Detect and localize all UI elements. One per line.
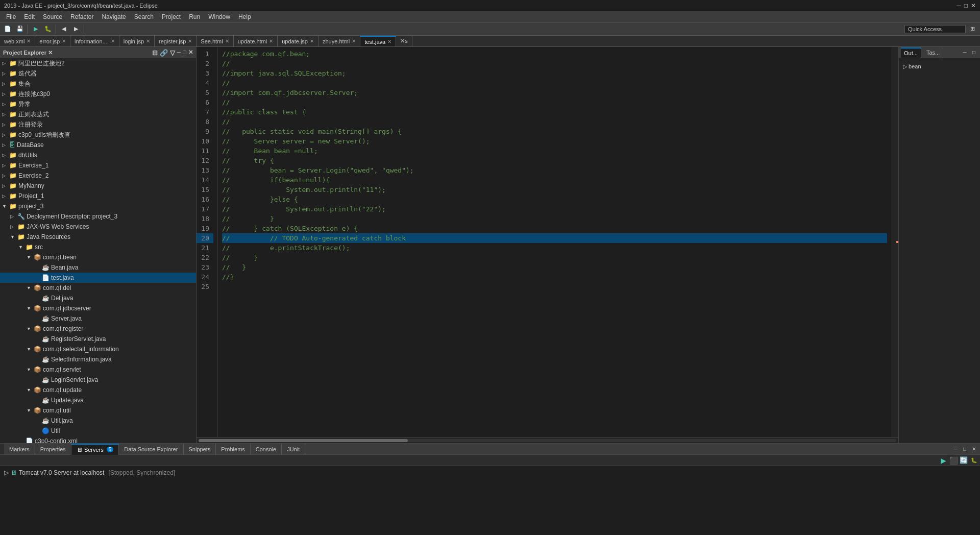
- tree-item[interactable]: ▼ 📦 com.qf.util: [0, 405, 196, 416]
- tree-item[interactable]: ▷ 📁 连接池c3p0: [0, 89, 196, 99]
- tab-zhuye-html[interactable]: zhuye.html ✕: [318, 36, 360, 47]
- menu-navigate[interactable]: Navigate: [97, 12, 130, 21]
- tab-login-jsp[interactable]: login.jsp ✕: [119, 36, 155, 47]
- tab-close-zhuye-html[interactable]: ✕: [352, 38, 356, 44]
- right-panel-minimize-icon[interactable]: ─: [961, 48, 969, 57]
- tab-error-jsp[interactable]: error.jsp ✕: [35, 36, 70, 47]
- tree-item[interactable]: ☕ Bean.java: [0, 262, 196, 273]
- forward-button[interactable]: ▶: [70, 23, 82, 35]
- maximize-button[interactable]: □: [964, 2, 968, 9]
- tree-item[interactable]: ▼ 📦 com.qf.servlet: [0, 364, 196, 375]
- perspective-button[interactable]: ⊞: [967, 23, 978, 35]
- run-button[interactable]: ▶: [30, 23, 41, 35]
- back-button[interactable]: ◀: [58, 23, 69, 35]
- tab-close-web-xml[interactable]: ✕: [27, 38, 31, 44]
- tree-item[interactable]: ▷ 📁 注册登录: [0, 119, 196, 130]
- bottom-tab-markers[interactable]: Markers: [4, 444, 35, 455]
- explorer-header-icons[interactable]: ⊟ 🔗 ▽ ─ □ ✕: [152, 49, 193, 57]
- menu-file[interactable]: File: [2, 12, 20, 21]
- bottom-tab-console[interactable]: Console: [251, 444, 282, 455]
- close-button[interactable]: ✕: [971, 2, 976, 9]
- editor-hscroll[interactable]: [197, 437, 898, 443]
- expand-server-arrow[interactable]: ▷: [4, 469, 9, 476]
- title-bar-buttons[interactable]: ─ □ ✕: [957, 2, 976, 9]
- bottom-panel-maximize-icon[interactable]: □: [961, 445, 969, 453]
- bottom-tab-problems[interactable]: Problems: [216, 444, 250, 455]
- minimize-button[interactable]: ─: [957, 2, 961, 9]
- tree-item[interactable]: ☕ Del.java: [0, 293, 196, 303]
- link-icon[interactable]: 🔗: [160, 49, 168, 57]
- tree-item[interactable]: ☕ LoginServlet.java: [0, 375, 196, 385]
- tree-item[interactable]: ☕ SelectInformation.java: [0, 354, 196, 364]
- outline-item[interactable]: ▷ bean: [903, 62, 976, 71]
- tree-item[interactable]: ▷ 📁 MyNanny: [0, 181, 196, 191]
- menu-source[interactable]: Source: [39, 12, 66, 21]
- menu-help[interactable]: Help: [234, 12, 255, 21]
- tab-close-update-jsp[interactable]: ✕: [310, 38, 314, 44]
- tab-web-xml[interactable]: web.xml ✕: [0, 36, 35, 47]
- tab-close-see-html[interactable]: ✕: [225, 38, 229, 44]
- start-server-icon[interactable]: ▶: [939, 456, 947, 465]
- bottom-tab-properties[interactable]: Properties: [35, 444, 71, 455]
- tab-see-html[interactable]: See.html ✕: [197, 36, 233, 47]
- menu-run[interactable]: Run: [185, 12, 204, 21]
- tab-test-java[interactable]: test.java ✕: [360, 36, 396, 47]
- tree-item[interactable]: ▼ 📁 Java Resources: [0, 232, 196, 242]
- tree-item[interactable]: ▷ 📁 迭代器: [0, 68, 196, 79]
- tab-information[interactable]: information.... ✕: [70, 36, 119, 47]
- tab-close-login-jsp[interactable]: ✕: [146, 38, 150, 44]
- new-button[interactable]: 📄: [2, 23, 13, 35]
- tree-item[interactable]: ☕ RegisterServlet.java: [0, 334, 196, 344]
- tree-item[interactable]: ▼ 📁 src: [0, 242, 196, 252]
- debug-server-icon[interactable]: 🐛: [970, 456, 978, 465]
- menu-window[interactable]: Window: [204, 12, 234, 21]
- menu-search[interactable]: Search: [130, 12, 158, 21]
- tree-item[interactable]: ▼ 📦 com.qf.del: [0, 283, 196, 293]
- restart-server-icon[interactable]: 🔄: [960, 456, 968, 465]
- tree-item[interactable]: ▼ 📦 com.qf.update: [0, 385, 196, 395]
- tab-overflow[interactable]: ✕s: [396, 36, 412, 47]
- tree-item[interactable]: ▼ 📁 project_3: [0, 201, 196, 211]
- stop-server-icon[interactable]: ⬛: [949, 456, 958, 465]
- tree-item[interactable]: 📄 test.java: [0, 273, 196, 283]
- tree-item[interactable]: ▷ 📁 异常: [0, 99, 196, 109]
- tree-item[interactable]: ▷ 📁 c3p0_utils增删改查: [0, 130, 196, 140]
- tree-item[interactable]: 🔵 Util: [0, 426, 196, 436]
- tree-item[interactable]: ▷ 📁 dbUtils: [0, 150, 196, 160]
- debug-button[interactable]: 🐛: [42, 23, 54, 35]
- tree-item[interactable]: ▷ 📁 Exercise_1: [0, 160, 196, 171]
- tree-item[interactable]: ▷ 🗄 DataBase: [0, 140, 196, 150]
- code-area[interactable]: //package com.qf.bean;////import java.sq…: [218, 47, 891, 437]
- tree-item[interactable]: 📄 c3p0-config.xml: [0, 436, 196, 443]
- tree-item[interactable]: ▷ 📁 JAX-WS Web Services: [0, 222, 196, 232]
- bottom-tab-datasource[interactable]: Data Source Explorer: [119, 444, 183, 455]
- tree-item[interactable]: ☕ Server.java: [0, 313, 196, 324]
- tree-item[interactable]: ▷ 📁 正则表达式: [0, 109, 196, 119]
- close-explorer-icon[interactable]: ✕: [188, 49, 193, 57]
- save-button[interactable]: 💾: [14, 23, 26, 35]
- tree-item[interactable]: ▷ 📁 Exercise_2: [0, 171, 196, 181]
- quick-access-input[interactable]: [904, 25, 966, 33]
- tree-item[interactable]: ▼ 📦 com.qf.jdbcserver: [0, 303, 196, 313]
- bottom-tab-servers[interactable]: 🖥 Servers 5: [71, 444, 119, 455]
- tab-update-jsp[interactable]: update.jsp ✕: [278, 36, 318, 47]
- tree-item[interactable]: ☕ Util.java: [0, 416, 196, 426]
- tab-close-information[interactable]: ✕: [111, 38, 115, 44]
- tree-item[interactable]: ▼ 📦 com.qf.register: [0, 324, 196, 334]
- menu-edit[interactable]: Edit: [20, 12, 39, 21]
- explorer-menu-icon[interactable]: ▽: [170, 49, 175, 57]
- tab-register-jsp[interactable]: register.jsp ✕: [155, 36, 197, 47]
- right-tab-tasks[interactable]: Tas...: [923, 47, 943, 58]
- explorer-body[interactable]: ▷ 📁 阿里巴巴连接池2 ▷ 📁 迭代器 ▷ 📁 集合 ▷ 📁 连接池c3p0 …: [0, 58, 196, 443]
- tree-item[interactable]: ▼ 📦 com.qf.bean: [0, 252, 196, 262]
- menu-project[interactable]: Project: [158, 12, 185, 21]
- menu-refactor[interactable]: Refactor: [66, 12, 97, 21]
- maximize-explorer-icon[interactable]: □: [183, 49, 186, 57]
- tab-close-test-java[interactable]: ✕: [387, 39, 391, 44]
- editor-right-gutter[interactable]: [891, 47, 898, 437]
- bottom-tab-snippets[interactable]: Snippets: [184, 444, 216, 455]
- bottom-panel-close-icon[interactable]: ✕: [970, 445, 978, 453]
- bottom-panel-minimize-icon[interactable]: ─: [951, 445, 960, 453]
- collapse-all-icon[interactable]: ⊟: [152, 49, 158, 57]
- tab-update-html[interactable]: update.html ✕: [234, 36, 278, 47]
